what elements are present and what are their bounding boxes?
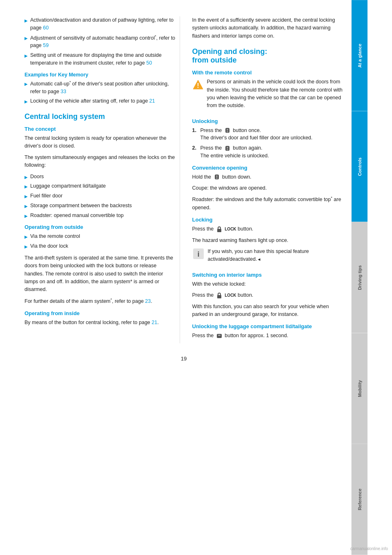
switching-lamps-subheading: Switching on interior lamps — [192, 272, 343, 278]
switching-lamps-text2: Press the LOCK button. — [192, 291, 343, 299]
list-item: ▶ Fuel filler door — [24, 192, 176, 200]
svg-point-11 — [216, 175, 218, 177]
svg-text:!: ! — [197, 82, 199, 89]
page-footer: 19 — [24, 343, 343, 366]
operating-outside-items: ▶ Via the remote control ▶ Via the door … — [24, 233, 176, 250]
right-column: In the event of a sufficiently severe ac… — [192, 16, 343, 343]
unlocking-luggage-text: Press the button for approx. 1 second. — [192, 332, 343, 340]
bullet-arrow-icon: ▶ — [24, 35, 28, 41]
page-number: 19 — [181, 356, 187, 362]
remote-control-icon — [214, 174, 220, 180]
list-item: ▶ Setting unit of measure for displaying… — [24, 51, 176, 67]
convenience-subheading: Convenience opening — [192, 165, 343, 171]
warning-text: Persons or animals in the vehicle could … — [207, 78, 343, 110]
list-item: ▶ Locking of the vehicle after starting … — [24, 97, 176, 105]
bullet-arrow-icon: ▶ — [24, 244, 28, 250]
lock-icon — [216, 226, 223, 233]
remote-control-icon — [224, 127, 231, 134]
list-item: ▶ Via the door lock — [24, 242, 176, 250]
list-item: ▶ Roadster: opened manual convertible to… — [24, 212, 176, 219]
list-item: 2. Press the button again.The entire veh… — [192, 144, 343, 160]
bullet-arrow-icon: ▶ — [24, 203, 28, 209]
locking-subheading: Locking — [192, 217, 343, 223]
list-item: ▶ Luggage compartment lid/tailgate — [24, 182, 176, 190]
bullet-arrow-icon: ▶ — [24, 98, 28, 105]
with-remote-subheading: With the remote control — [192, 69, 343, 76]
examples-bullets: ▶ Automatic call-up* of the driver's sea… — [24, 80, 176, 105]
list-item: ▶ Activation/deactivation and duration o… — [24, 16, 176, 32]
convenience-text3: Roadster: the windows and the fully auto… — [192, 195, 343, 212]
sidebar-tab-at-glance[interactable]: At a glance — [352, 0, 368, 111]
bullet-arrow-icon: ▶ — [24, 184, 28, 190]
info-icon: i — [192, 248, 205, 260]
switching-lamps-text1: With the vehicle locked: — [192, 280, 343, 288]
operating-inside-heading: Operating from inside — [24, 310, 176, 316]
svg-text:i: i — [197, 250, 199, 258]
svg-rect-17 — [217, 295, 221, 298]
list-item: ▶ Doors — [24, 173, 176, 181]
trunk-icon — [216, 333, 223, 339]
svg-rect-14 — [217, 229, 221, 232]
opening-closing-heading: Opening and closing:from outside — [192, 47, 343, 65]
svg-rect-13 — [216, 179, 218, 179]
convenience-text1: Hold the button down. — [192, 173, 343, 181]
list-item: ▶ Via the remote control — [24, 233, 176, 240]
bullet-arrow-icon: ▶ — [24, 81, 28, 87]
locking-info-box: i If you wish, you can have this special… — [192, 248, 343, 267]
remote-control-icon — [224, 145, 231, 152]
list-item: ▶ Adjustment of sensitivity of automatic… — [24, 34, 176, 50]
sidebar-tab-reference[interactable]: Reference — [352, 444, 368, 555]
svg-rect-19 — [218, 335, 220, 336]
operating-inside-text: By means of the button for central locki… — [24, 319, 176, 327]
locking-info-text: If you wish, you can have this special f… — [208, 248, 343, 264]
sidebar-tab-mobility[interactable]: Mobility — [352, 333, 368, 444]
list-item: 1. Press the button once.The driver's do… — [192, 127, 343, 142]
warning-box: ! Persons or animals in the vehicle coul… — [192, 78, 343, 113]
operating-outside-heading: Operating from outside — [24, 224, 176, 230]
concept-text1: The central locking system is ready for … — [24, 134, 176, 150]
locking-text2: The hazard warning flashers light up onc… — [192, 237, 343, 244]
alarm-text: For further details of the alarm system*… — [24, 297, 176, 306]
svg-rect-5 — [227, 132, 228, 133]
bullet-arrow-icon: ▶ — [24, 193, 28, 199]
unlocking-subheading: Unlocking — [192, 118, 343, 124]
list-item: ▶ Storage compartment between the backre… — [24, 202, 176, 210]
svg-rect-4 — [227, 131, 228, 132]
switching-lamps-text3: With this function, you can also search … — [192, 303, 343, 319]
left-column: ▶ Activation/deactivation and duration o… — [24, 16, 180, 343]
central-locking-heading: Central locking system — [24, 112, 176, 121]
anti-theft-text: The anti-theft system is operated at the… — [24, 254, 176, 294]
unlocking-steps: 1. Press the button once.The driver's do… — [192, 127, 343, 160]
bullet-arrow-icon: ▶ — [24, 53, 28, 59]
warning-triangle-icon: ! — [192, 79, 204, 90]
concept-text2: The system simultaneously engages and re… — [24, 154, 176, 170]
watermark: carmanualonline.info — [350, 546, 388, 551]
intro-bullets: ▶ Activation/deactivation and duration o… — [24, 16, 176, 67]
locking-text1: Press the LOCK button. — [192, 225, 343, 233]
sidebar-tab-controls[interactable]: Controls — [352, 111, 368, 222]
unlocking-luggage-subheading: Unlocking the luggage compartment lid/ta… — [192, 323, 343, 329]
lock-icon — [216, 292, 223, 299]
sidebar: At a glance Controls Driving tips Mobili… — [351, 0, 368, 555]
bullet-arrow-icon: ▶ — [24, 18, 28, 24]
intro-text: In the event of a sufficiently severe ac… — [192, 16, 343, 40]
svg-rect-9 — [227, 150, 228, 150]
svg-rect-8 — [227, 149, 228, 150]
svg-point-3 — [227, 129, 228, 130]
the-concept-subheading: The concept — [24, 126, 176, 132]
svg-rect-12 — [216, 177, 218, 178]
sidebar-tab-driving-tips[interactable]: Driving tips — [352, 222, 368, 333]
list-item: ▶ Automatic call-up* of the driver's sea… — [24, 80, 176, 96]
examples-heading: Examples for Key Memory — [24, 72, 176, 78]
bullet-arrow-icon: ▶ — [24, 213, 28, 219]
concept-items: ▶ Doors ▶ Luggage compartment lid/tailga… — [24, 173, 176, 219]
bullet-arrow-icon: ▶ — [24, 174, 28, 180]
convenience-text2: Coupe: the windows are opened. — [192, 184, 343, 192]
bullet-arrow-icon: ▶ — [24, 234, 28, 240]
svg-point-7 — [227, 147, 228, 148]
